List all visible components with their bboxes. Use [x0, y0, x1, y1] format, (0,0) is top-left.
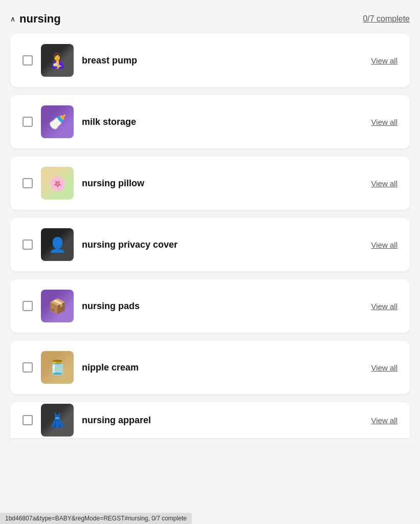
item-checkbox-nursing-pads[interactable]	[23, 301, 33, 311]
item-card: nursing pads View all	[10, 279, 410, 333]
item-image-nursing-pads	[41, 290, 74, 322]
item-image-nursing-apparel	[41, 404, 74, 436]
item-image-milk-storage	[41, 105, 74, 138]
section-header: ∧ nursing 0/7 complete	[10, 8, 410, 34]
view-all-nursing-apparel[interactable]: View all	[371, 416, 397, 425]
section-title: nursing	[19, 12, 61, 26]
view-all-milk-storage[interactable]: View all	[371, 118, 397, 126]
item-checkbox-milk-storage[interactable]	[23, 117, 33, 127]
item-card-partial: nursing apparel View all	[10, 402, 410, 438]
item-image-nursing-pillow	[41, 167, 74, 200]
section-title-group: ∧ nursing	[10, 12, 61, 26]
item-checkbox-nursing-pillow[interactable]	[23, 178, 33, 188]
item-checkbox-breast-pump[interactable]	[23, 55, 33, 66]
view-all-nipple-cream[interactable]: View all	[371, 363, 397, 372]
view-all-nursing-pillow[interactable]: View all	[371, 179, 397, 188]
item-label-nursing-apparel: nursing apparel	[82, 415, 363, 426]
completion-status[interactable]: 0/7 complete	[363, 14, 410, 24]
view-all-nursing-pads[interactable]: View all	[371, 302, 397, 311]
item-checkbox-nursing-apparel[interactable]	[23, 415, 33, 425]
item-checkbox-nipple-cream[interactable]	[23, 362, 33, 373]
item-card: nursing pillow View all	[10, 157, 410, 210]
view-all-breast-pump[interactable]: View all	[371, 56, 397, 65]
item-label-nursing-pads: nursing pads	[82, 301, 363, 312]
page-container: ∧ nursing 0/7 complete breast pump View …	[0, 0, 420, 446]
view-all-nursing-privacy-cover[interactable]: View all	[371, 241, 397, 249]
item-label-milk-storage: milk storage	[82, 117, 363, 127]
item-card: nipple cream View all	[10, 341, 410, 394]
item-image-breast-pump	[41, 44, 74, 77]
item-image-nipple-cream	[41, 351, 74, 384]
item-label-nursing-pillow: nursing pillow	[82, 178, 363, 189]
status-bar: 1bd46807a&type=BABY&regMode=REGST#nursin…	[0, 513, 192, 524]
collapse-chevron-icon[interactable]: ∧	[10, 15, 15, 23]
item-card: breast pump View all	[10, 34, 410, 87]
item-label-breast-pump: breast pump	[82, 55, 363, 66]
item-checkbox-nursing-privacy-cover[interactable]	[23, 239, 33, 250]
item-label-nipple-cream: nipple cream	[82, 362, 363, 373]
item-card: milk storage View all	[10, 95, 410, 148]
item-label-nursing-privacy-cover: nursing privacy cover	[82, 239, 363, 250]
item-image-nursing-privacy-cover	[41, 228, 74, 261]
items-list: breast pump View all milk storage View a…	[10, 34, 410, 438]
item-card: nursing privacy cover View all	[10, 218, 410, 271]
